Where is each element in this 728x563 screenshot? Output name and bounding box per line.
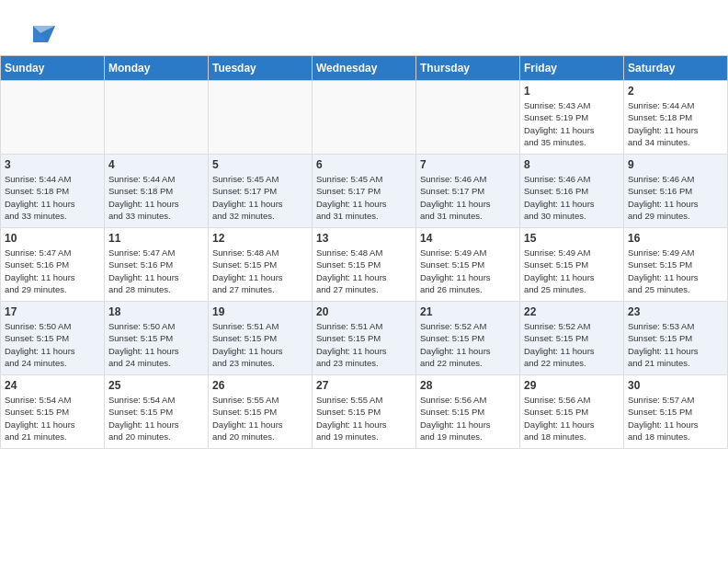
logo-icon	[26, 17, 55, 46]
day-number: 9	[628, 158, 723, 171]
day-info: Sunrise: 5:56 AM Sunset: 5:15 PM Dayligh…	[524, 394, 620, 442]
calendar-cell: 12Sunrise: 5:48 AM Sunset: 5:15 PM Dayli…	[209, 228, 313, 302]
calendar-cell: 6Sunrise: 5:45 AM Sunset: 5:17 PM Daylig…	[313, 155, 416, 228]
day-info: Sunrise: 5:49 AM Sunset: 5:15 PM Dayligh…	[628, 247, 723, 295]
calendar-week-row: 3Sunrise: 5:44 AM Sunset: 5:18 PM Daylig…	[1, 155, 728, 228]
calendar-week-row: 1Sunrise: 5:43 AM Sunset: 5:19 PM Daylig…	[1, 81, 728, 155]
day-number: 23	[628, 305, 723, 318]
day-info: Sunrise: 5:45 AM Sunset: 5:17 PM Dayligh…	[212, 173, 308, 222]
day-number: 19	[212, 305, 308, 318]
day-number: 7	[420, 158, 516, 171]
day-number: 29	[524, 379, 620, 392]
calendar-header-tuesday: Tuesday	[209, 56, 313, 81]
day-info: Sunrise: 5:57 AM Sunset: 5:15 PM Dayligh…	[628, 394, 723, 442]
day-info: Sunrise: 5:46 AM Sunset: 5:17 PM Dayligh…	[420, 173, 516, 222]
calendar-header-thursday: Thursday	[416, 56, 520, 81]
calendar-cell: 8Sunrise: 5:46 AM Sunset: 5:16 PM Daylig…	[520, 155, 624, 228]
calendar-cell: 26Sunrise: 5:55 AM Sunset: 5:15 PM Dayli…	[209, 375, 313, 449]
day-number: 6	[316, 158, 412, 171]
calendar-cell: 29Sunrise: 5:56 AM Sunset: 5:15 PM Dayli…	[520, 375, 624, 449]
day-info: Sunrise: 5:44 AM Sunset: 5:18 PM Dayligh…	[628, 99, 723, 148]
calendar-cell: 18Sunrise: 5:50 AM Sunset: 5:15 PM Dayli…	[105, 302, 209, 375]
day-number: 30	[628, 379, 723, 392]
calendar-cell: 14Sunrise: 5:49 AM Sunset: 5:15 PM Dayli…	[416, 228, 520, 302]
calendar-cell: 1Sunrise: 5:43 AM Sunset: 5:19 PM Daylig…	[520, 81, 624, 155]
calendar-week-row: 17Sunrise: 5:50 AM Sunset: 5:15 PM Dayli…	[1, 302, 728, 375]
calendar-cell	[209, 81, 313, 155]
calendar-cell: 22Sunrise: 5:52 AM Sunset: 5:15 PM Dayli…	[520, 302, 624, 375]
calendar-cell: 23Sunrise: 5:53 AM Sunset: 5:15 PM Dayli…	[624, 302, 728, 375]
calendar-cell: 3Sunrise: 5:44 AM Sunset: 5:18 PM Daylig…	[1, 155, 105, 228]
calendar-header-saturday: Saturday	[624, 56, 728, 81]
day-number: 1	[524, 85, 620, 98]
day-info: Sunrise: 5:45 AM Sunset: 5:17 PM Dayligh…	[316, 173, 412, 222]
day-info: Sunrise: 5:44 AM Sunset: 5:18 PM Dayligh…	[5, 173, 100, 222]
calendar-cell: 11Sunrise: 5:47 AM Sunset: 5:16 PM Dayli…	[105, 228, 209, 302]
calendar-header-monday: Monday	[105, 56, 209, 81]
day-info: Sunrise: 5:47 AM Sunset: 5:16 PM Dayligh…	[5, 247, 100, 295]
day-number: 17	[5, 305, 100, 318]
calendar-cell: 5Sunrise: 5:45 AM Sunset: 5:17 PM Daylig…	[209, 155, 313, 228]
day-info: Sunrise: 5:46 AM Sunset: 5:16 PM Dayligh…	[524, 173, 620, 222]
page-header	[0, 0, 728, 55]
day-info: Sunrise: 5:56 AM Sunset: 5:15 PM Dayligh…	[420, 394, 516, 442]
day-info: Sunrise: 5:47 AM Sunset: 5:16 PM Dayligh…	[108, 247, 204, 295]
calendar-cell: 10Sunrise: 5:47 AM Sunset: 5:16 PM Dayli…	[1, 228, 105, 302]
calendar-cell: 27Sunrise: 5:55 AM Sunset: 5:15 PM Dayli…	[313, 375, 416, 449]
day-number: 28	[420, 379, 516, 392]
day-info: Sunrise: 5:49 AM Sunset: 5:15 PM Dayligh…	[420, 247, 516, 295]
calendar-table: SundayMondayTuesdayWednesdayThursdayFrid…	[0, 55, 728, 449]
day-number: 27	[316, 379, 412, 392]
day-number: 3	[5, 158, 100, 171]
day-info: Sunrise: 5:51 AM Sunset: 5:15 PM Dayligh…	[316, 320, 412, 369]
day-info: Sunrise: 5:54 AM Sunset: 5:15 PM Dayligh…	[108, 394, 204, 442]
calendar-cell: 20Sunrise: 5:51 AM Sunset: 5:15 PM Dayli…	[313, 302, 416, 375]
day-number: 8	[524, 158, 620, 171]
day-number: 10	[5, 232, 100, 245]
calendar-cell: 9Sunrise: 5:46 AM Sunset: 5:16 PM Daylig…	[624, 155, 728, 228]
day-number: 22	[524, 305, 620, 318]
day-info: Sunrise: 5:52 AM Sunset: 5:15 PM Dayligh…	[420, 320, 516, 369]
day-info: Sunrise: 5:49 AM Sunset: 5:15 PM Dayligh…	[524, 247, 620, 295]
day-info: Sunrise: 5:53 AM Sunset: 5:15 PM Dayligh…	[628, 320, 723, 369]
day-number: 13	[316, 232, 412, 245]
day-info: Sunrise: 5:52 AM Sunset: 5:15 PM Dayligh…	[524, 320, 620, 369]
day-number: 26	[212, 379, 308, 392]
calendar-cell: 28Sunrise: 5:56 AM Sunset: 5:15 PM Dayli…	[416, 375, 520, 449]
calendar-cell	[416, 81, 520, 155]
day-number: 4	[108, 158, 204, 171]
calendar-week-row: 24Sunrise: 5:54 AM Sunset: 5:15 PM Dayli…	[1, 375, 728, 449]
calendar-header-wednesday: Wednesday	[313, 56, 416, 81]
day-info: Sunrise: 5:48 AM Sunset: 5:15 PM Dayligh…	[212, 247, 308, 295]
calendar-cell: 13Sunrise: 5:48 AM Sunset: 5:15 PM Dayli…	[313, 228, 416, 302]
day-info: Sunrise: 5:44 AM Sunset: 5:18 PM Dayligh…	[108, 173, 204, 222]
day-info: Sunrise: 5:55 AM Sunset: 5:15 PM Dayligh…	[212, 394, 308, 442]
calendar-cell: 30Sunrise: 5:57 AM Sunset: 5:15 PM Dayli…	[624, 375, 728, 449]
calendar-week-row: 10Sunrise: 5:47 AM Sunset: 5:16 PM Dayli…	[1, 228, 728, 302]
calendar-header-sunday: Sunday	[1, 56, 105, 81]
calendar-header-friday: Friday	[520, 56, 624, 81]
calendar-cell: 2Sunrise: 5:44 AM Sunset: 5:18 PM Daylig…	[624, 81, 728, 155]
day-number: 21	[420, 305, 516, 318]
calendar-cell: 7Sunrise: 5:46 AM Sunset: 5:17 PM Daylig…	[416, 155, 520, 228]
calendar-header-row: SundayMondayTuesdayWednesdayThursdayFrid…	[1, 56, 728, 81]
day-number: 25	[108, 379, 204, 392]
day-info: Sunrise: 5:51 AM Sunset: 5:15 PM Dayligh…	[212, 320, 308, 369]
calendar-cell: 21Sunrise: 5:52 AM Sunset: 5:15 PM Dayli…	[416, 302, 520, 375]
day-info: Sunrise: 5:54 AM Sunset: 5:15 PM Dayligh…	[5, 394, 100, 442]
day-number: 15	[524, 232, 620, 245]
calendar-cell: 15Sunrise: 5:49 AM Sunset: 5:15 PM Dayli…	[520, 228, 624, 302]
day-info: Sunrise: 5:55 AM Sunset: 5:15 PM Dayligh…	[316, 394, 412, 442]
logo	[22, 17, 55, 46]
calendar-cell	[313, 81, 416, 155]
day-number: 16	[628, 232, 723, 245]
day-info: Sunrise: 5:46 AM Sunset: 5:16 PM Dayligh…	[628, 173, 723, 222]
calendar-cell	[1, 81, 105, 155]
calendar-cell: 24Sunrise: 5:54 AM Sunset: 5:15 PM Dayli…	[1, 375, 105, 449]
day-info: Sunrise: 5:43 AM Sunset: 5:19 PM Dayligh…	[524, 99, 620, 148]
day-number: 18	[108, 305, 204, 318]
day-info: Sunrise: 5:48 AM Sunset: 5:15 PM Dayligh…	[316, 247, 412, 295]
day-number: 20	[316, 305, 412, 318]
day-number: 2	[628, 85, 723, 98]
day-number: 11	[108, 232, 204, 245]
